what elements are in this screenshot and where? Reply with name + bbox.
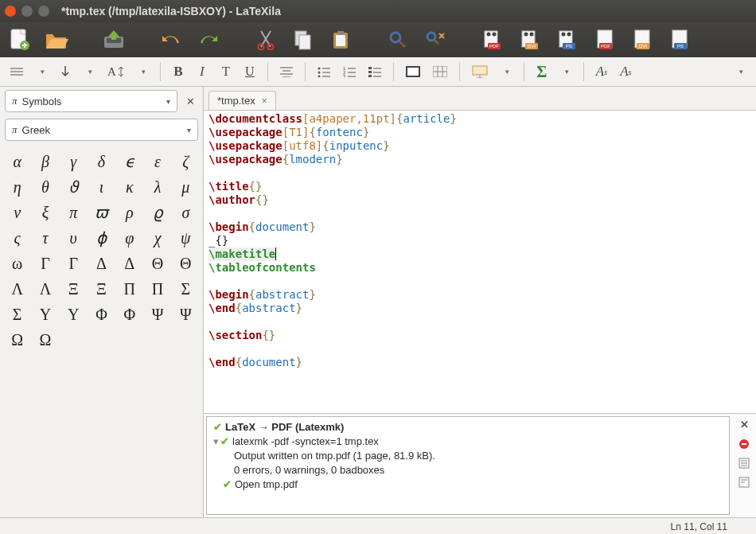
build-pdf-button[interactable]: PDF [480,27,505,53]
figure-button[interactable] [400,60,426,83]
ref-dropdown[interactable] [78,60,100,83]
symbol-cell[interactable]: φ [115,225,143,251]
symbol-cell[interactable]: Ξ [60,276,88,302]
redo-button[interactable] [196,27,221,53]
code-editor[interactable]: \documentclass[a4paper,11pt]{article} \u… [204,111,756,413]
build-stop-button[interactable] [738,439,750,450]
symbols-category-selector[interactable]: π Greek ▾ [5,119,198,141]
symbol-cell[interactable]: μ [172,174,200,200]
symbol-cell[interactable]: ω [3,251,31,276]
symbol-cell[interactable]: Π [143,276,171,302]
save-button[interactable] [101,27,127,53]
symbol-cell[interactable]: Ω [31,327,59,353]
cut-button[interactable] [253,27,279,53]
symbol-cell[interactable]: Δ [88,251,115,276]
symbol-cell[interactable]: χ [143,225,171,251]
symbol-cell[interactable]: Ω [3,327,31,353]
symbol-cell[interactable]: γ [60,149,88,174]
twisty-icon[interactable]: ▾ [213,435,219,449]
table-button[interactable] [427,60,453,83]
symbol-cell[interactable]: Θ [172,251,200,276]
window-minimize-button[interactable] [21,6,33,17]
symbol-cell[interactable]: δ [88,149,115,174]
ref-button[interactable] [54,60,76,83]
view-ps-button[interactable]: PS [667,27,692,53]
symbol-cell[interactable]: Θ [143,251,171,276]
symbol-cell[interactable]: Λ [31,276,59,302]
symbol-cell[interactable]: Δ [115,251,143,276]
symbol-cell[interactable]: τ [31,225,59,251]
symbol-cell[interactable]: ρ [115,200,143,225]
open-file-button[interactable] [44,27,69,53]
list-description-button[interactable] [363,60,387,83]
sectioning-button[interactable] [5,60,29,83]
size-dropdown[interactable] [131,60,154,83]
symbol-cell[interactable]: β [31,149,59,174]
find-replace-button[interactable] [423,27,448,53]
view-dvi-button[interactable]: DVI [629,27,655,53]
presentation-dropdown[interactable] [495,60,517,83]
math-superscript-button[interactable]: As [590,60,613,83]
list-enumerate-button[interactable]: 123 [337,60,361,83]
symbol-cell[interactable]: θ [31,174,59,200]
math-sum-button[interactable]: Σ [531,60,553,83]
build-dvi-button[interactable]: DVI [517,27,543,53]
overflow-dropdown[interactable] [729,60,751,83]
symbols-panel-selector[interactable]: π Symbols ▾ [5,90,177,112]
symbol-cell[interactable]: Σ [3,302,31,327]
sidebar-close-button[interactable]: ✕ [182,95,198,107]
symbol-cell[interactable]: ϵ [115,149,143,174]
new-file-button[interactable] [6,27,32,53]
symbol-cell[interactable]: λ [143,174,171,200]
size-button[interactable]: A [102,60,130,83]
symbol-cell[interactable]: Π [115,276,143,302]
symbol-cell[interactable]: ϕ [88,225,115,251]
symbol-cell[interactable]: ν [3,200,31,225]
symbol-cell[interactable]: η [3,174,31,200]
copy-button[interactable] [290,27,316,53]
typewriter-button[interactable]: T [215,60,237,83]
symbol-cell[interactable]: ϱ [143,200,171,225]
editor-tab[interactable]: *tmp.tex × [208,91,276,110]
symbol-cell[interactable]: Φ [115,302,143,327]
sectioning-dropdown[interactable] [30,60,53,83]
build-output[interactable]: ✔LaTeX → PDF (Latexmk) ▾✔latexmk -pdf -s… [206,416,730,515]
symbol-cell[interactable]: Ψ [172,302,200,327]
symbol-cell[interactable]: Ψ [143,302,171,327]
symbol-cell[interactable]: ζ [172,149,200,174]
symbol-cell[interactable]: Υ [31,302,59,327]
math-sum-dropdown[interactable] [555,60,577,83]
symbol-cell[interactable]: Υ [60,302,88,327]
tab-close-button[interactable]: × [262,95,267,107]
italic-button[interactable]: I [191,60,213,83]
symbol-cell[interactable]: σ [172,200,200,225]
find-button[interactable] [385,27,411,53]
bold-button[interactable]: B [167,60,189,83]
build-close-button[interactable]: ✕ [740,419,749,431]
symbol-cell[interactable]: υ [60,225,88,251]
symbol-cell[interactable]: Γ [60,251,88,276]
underline-button[interactable]: U [239,60,261,83]
undo-button[interactable] [158,27,184,53]
presentation-button[interactable] [466,60,493,83]
window-close-button[interactable] [5,6,16,17]
view-pdf-button[interactable]: PDF [592,27,618,53]
symbol-cell[interactable]: ς [3,225,31,251]
window-maximize-button[interactable] [38,6,49,17]
math-subscript-button[interactable]: As [614,60,637,83]
build-detail-button[interactable] [738,477,750,488]
symbol-cell[interactable]: ε [143,149,171,174]
list-itemize-button[interactable] [312,60,336,83]
symbol-cell[interactable]: Σ [172,276,200,302]
symbol-cell[interactable]: Ξ [88,276,115,302]
build-log-button[interactable] [738,458,750,469]
paste-button[interactable] [328,27,353,53]
symbol-cell[interactable]: κ [115,174,143,200]
symbol-cell[interactable]: Λ [3,276,31,302]
symbol-cell[interactable]: π [60,200,88,225]
symbol-cell[interactable]: ϑ [60,174,88,200]
symbol-cell[interactable]: Φ [88,302,115,327]
center-button[interactable] [275,60,298,83]
build-ps-button[interactable]: PS [555,27,580,53]
symbol-cell[interactable]: ψ [172,225,200,251]
